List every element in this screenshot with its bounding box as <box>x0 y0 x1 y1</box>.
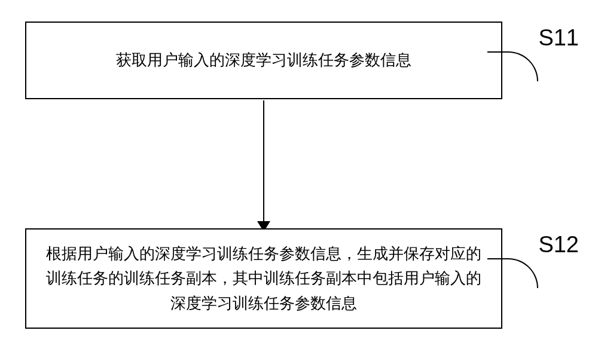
step-label-s12: S12 <box>538 232 579 258</box>
step-box-s11: 获取用户输入的深度学习训练任务参数信息 <box>25 22 502 99</box>
arrow-line <box>263 100 264 227</box>
step-text-s12: 根据用户输入的深度学习训练任务参数信息，生成并保存对应的训练任务的训练任务副本，… <box>44 241 483 316</box>
step-text-s11: 获取用户输入的深度学习训练任务参数信息 <box>116 48 411 73</box>
step-box-s12: 根据用户输入的深度学习训练任务参数信息，生成并保存对应的训练任务的训练任务副本，… <box>25 228 502 329</box>
connector-curve-s11 <box>487 51 538 81</box>
flowchart-diagram: 获取用户输入的深度学习训练任务参数信息 S11 根据用户输入的深度学习训练任务参… <box>0 0 598 364</box>
step-label-s11: S11 <box>538 25 579 51</box>
connector-curve-s12 <box>487 258 538 288</box>
